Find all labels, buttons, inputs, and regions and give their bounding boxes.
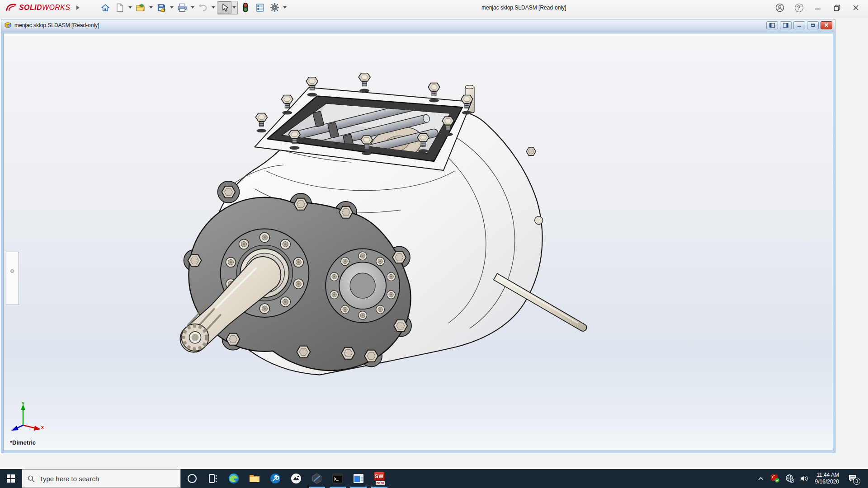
toggle-left-pane-button[interactable] (766, 21, 778, 29)
screen: { "app": { "brand_primary": "SOLID", "br… (0, 0, 868, 488)
pane-left-icon (769, 23, 775, 28)
save-icon (157, 3, 166, 12)
taskbar-icon-photos[interactable] (286, 469, 307, 488)
wrench-circle-icon (269, 473, 281, 484)
document-close-button[interactable] (821, 21, 832, 29)
evaluate-list-button[interactable] (253, 1, 267, 14)
new-document-button[interactable] (113, 1, 127, 14)
featuremanager-collapsed-tab[interactable] (6, 252, 19, 305)
evaluate-list-icon (255, 3, 264, 12)
new-document-dropdown[interactable] (127, 1, 133, 14)
tab-grip-dot (10, 269, 14, 273)
solidworks-logo: SOLIDWORKS (5, 3, 70, 13)
save-button[interactable] (155, 1, 168, 14)
quick-access-toolbar (99, 1, 288, 14)
design-binder-button[interactable] (239, 1, 252, 14)
account-icon (775, 3, 784, 12)
print-icon (177, 3, 187, 12)
taskbar-spacer (390, 469, 755, 488)
triad-y-label: Y (21, 402, 25, 406)
print-button[interactable] (175, 1, 189, 14)
cortana-icon (187, 473, 198, 484)
taskbar-icon-command-prompt[interactable] (327, 469, 348, 488)
open-dropdown[interactable] (148, 1, 154, 14)
notification-badge: 3 (853, 478, 860, 485)
document-minimize-button[interactable] (793, 21, 805, 29)
edge-icon (228, 473, 240, 484)
select-dropdown[interactable] (231, 1, 237, 14)
taskbar-icon-solidworks[interactable]: SW 2020 (369, 469, 390, 488)
help-button[interactable]: ? (791, 1, 807, 14)
speaker-icon (800, 474, 809, 483)
taskbar-icon-hexagon-app[interactable] (307, 469, 327, 488)
toggle-right-pane-button[interactable] (780, 21, 792, 29)
help-icon: ? (795, 4, 803, 12)
gearbox-assembly-model[interactable] (4, 33, 833, 450)
mdi-background: menjac sklop.SLDASM [Read-only] (0, 16, 868, 469)
tray-action-center[interactable]: 3 (844, 469, 862, 488)
print-dropdown[interactable] (190, 1, 195, 14)
tray-solidworks-resource-monitor[interactable] (769, 469, 782, 488)
select-button-group (217, 1, 238, 14)
document-restore-button[interactable] (807, 21, 819, 29)
taskbar-icon-admin-tools[interactable] (265, 469, 286, 488)
view-orientation-label: *Dimetric (10, 439, 36, 446)
minimize-icon (815, 5, 821, 11)
open-folder-icon (136, 3, 146, 12)
tray-network-status[interactable] (783, 469, 796, 488)
system-tray: 11:44 AM 9/16/2020 3 (755, 469, 868, 488)
photos-icon (290, 473, 302, 484)
graphics-area[interactable]: Y x *Dimetric (3, 33, 833, 451)
chevron-up-icon (758, 476, 764, 481)
file-explorer-icon (249, 473, 260, 484)
home-button[interactable] (99, 1, 112, 14)
tray-show-hidden-icons[interactable] (755, 469, 767, 488)
taskbar-search-box[interactable] (22, 469, 181, 488)
close-button[interactable] (848, 1, 863, 14)
taskbar-icon-edge[interactable] (223, 469, 244, 488)
solidworks-check-icon (771, 474, 780, 483)
traffic-light-icon (243, 3, 248, 12)
document-window: menjac sklop.SLDASM [Read-only] (1, 19, 835, 453)
start-button[interactable] (0, 469, 22, 488)
undo-button[interactable] (196, 1, 210, 14)
document-titlebar[interactable]: menjac sklop.SLDASM [Read-only] (1, 19, 835, 31)
account-button[interactable] (772, 1, 788, 14)
restore-button[interactable] (829, 1, 844, 14)
command-prompt-icon (332, 473, 344, 484)
restore-icon (834, 5, 840, 11)
solidworks-app-icon: SW 2020 (373, 472, 386, 485)
output-bearing-cover[interactable] (326, 249, 400, 322)
close-icon (853, 5, 859, 11)
search-icon (28, 475, 35, 483)
search-input[interactable] (39, 475, 175, 483)
main-titlebar: SOLIDWORKS (0, 0, 868, 15)
assembly-document-icon (4, 22, 12, 28)
minimize-button[interactable] (810, 1, 826, 14)
minimize-icon (797, 23, 802, 27)
taskbar-app-icons: SW 2020 (182, 469, 390, 488)
tray-volume[interactable] (798, 469, 811, 488)
taskbar-icon-file-explorer[interactable] (244, 469, 265, 488)
triad-x-label: x (41, 424, 44, 430)
taskbar-icon-cortana[interactable] (182, 469, 203, 488)
open-button[interactable] (134, 1, 147, 14)
options-button[interactable] (268, 1, 281, 14)
select-button[interactable] (218, 1, 231, 14)
taskbar-icon-task-view[interactable] (203, 469, 223, 488)
tray-date: 9/16/2020 (815, 479, 839, 485)
windows-taskbar: SW 2020 (0, 469, 868, 488)
hexagon-app-icon (311, 473, 323, 484)
toolbar-flyout-arrow[interactable] (76, 5, 80, 10)
undo-dropdown[interactable] (211, 1, 216, 14)
gear-icon (270, 3, 279, 12)
solidworks-logo-icon (5, 3, 17, 13)
options-dropdown[interactable] (282, 1, 288, 14)
save-dropdown[interactable] (169, 1, 175, 14)
tray-clock[interactable]: 11:44 AM 9/16/2020 (812, 472, 842, 485)
new-document-icon (116, 3, 124, 12)
document-window-frame: Y x *Dimetric (1, 31, 835, 453)
tray-time: 11:44 AM (815, 472, 839, 479)
windows-logo-icon (7, 474, 15, 483)
taskbar-icon-app-window[interactable] (348, 469, 369, 488)
